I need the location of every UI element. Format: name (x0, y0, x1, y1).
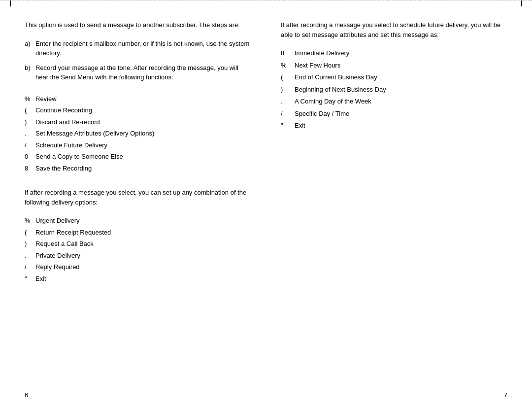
list-item: /Schedule Future Delivery (25, 140, 251, 150)
right-intro-text: If after recording a message you select … (281, 20, 507, 39)
list-text: End of Current Business Day (295, 72, 507, 82)
left-intro-text: This option is used to send a message to… (25, 20, 251, 30)
list-symbol: / (25, 262, 35, 272)
list-text: Exit (35, 274, 251, 284)
list-item: %Review (25, 94, 251, 104)
list-symbol: 8 (25, 164, 35, 173)
delivery-section: If after recording a message you select,… (25, 188, 251, 283)
list-text: Specific Day / Time (295, 109, 507, 119)
right-panel: If after recording a message you select … (266, 0, 532, 411)
list-text: Schedule Future Delivery (35, 140, 251, 150)
step-a-label: a) (25, 39, 35, 58)
list-text: Request a Call Back (35, 239, 251, 249)
list-symbol: ( (25, 105, 35, 115)
list-symbol: % (25, 94, 35, 104)
list-text: Continue Recording (35, 105, 251, 115)
page-number-left: 6 (25, 391, 28, 399)
list-item: (Return Receipt Requested (25, 228, 251, 238)
list-symbol: / (281, 109, 295, 119)
list-item: 8Save the Recording (25, 164, 251, 173)
list-text: Send a Copy to Someone Else (35, 152, 251, 162)
list-item: %Next Few Hours (281, 61, 507, 70)
list-text: Exit (295, 121, 507, 131)
step-b-label: b) (25, 63, 35, 82)
list-item: )Discard and Re-record (25, 117, 251, 127)
step-b-content: Record your message at the tone. After r… (35, 63, 251, 82)
list-text: Beginning of Next Business Day (295, 85, 507, 95)
list-item: .A Coming Day of the Week (281, 97, 507, 106)
list-symbol: " (281, 121, 295, 131)
list-text: Set Message Attributes (Delivery Options… (35, 129, 251, 138)
step-a-content: Enter the recipient s mailbox number, or… (35, 39, 251, 58)
list-item: .Private Delivery (25, 251, 251, 261)
list-item: 8Immediate Delivery (281, 48, 507, 58)
list-symbol: / (25, 140, 35, 150)
step-b: b) Record your message at the tone. Afte… (25, 63, 251, 82)
delivery-options-list: %Urgent Delivery(Return Receipt Requeste… (25, 216, 251, 283)
list-item: "Exit (25, 274, 251, 284)
list-symbol: ) (25, 117, 35, 127)
list-item: %Urgent Delivery (25, 216, 251, 226)
list-text: Private Delivery (35, 251, 251, 261)
list-text: Discard and Re-record (35, 117, 251, 127)
list-symbol: ) (25, 239, 35, 249)
list-text: A Coming Day of the Week (295, 97, 507, 106)
list-text: Reply Required (35, 262, 251, 272)
list-symbol: . (25, 251, 35, 261)
list-symbol: 8 (281, 48, 295, 58)
list-item: /Reply Required (25, 262, 251, 272)
list-item: (End of Current Business Day (281, 72, 507, 82)
list-item: )Request a Call Back (25, 239, 251, 249)
list-text: Immediate Delivery (295, 48, 507, 58)
list-symbol: " (25, 274, 35, 284)
list-symbol: ( (25, 228, 35, 238)
schedule-options-list: 8Immediate Delivery%Next Few Hours(End o… (281, 48, 507, 131)
list-text: Review (35, 94, 251, 104)
send-menu-list: %Review(Continue Recording)Discard and R… (25, 94, 251, 173)
list-symbol: ( (281, 72, 295, 82)
list-symbol: ) (281, 85, 295, 95)
list-item: 0Send a Copy to Someone Else (25, 152, 251, 162)
list-text: Return Receipt Requested (35, 228, 251, 238)
list-item: "Exit (281, 121, 507, 131)
step-a: a) Enter the recipient s mailbox number,… (25, 39, 251, 58)
list-text: Urgent Delivery (35, 216, 251, 226)
list-item: /Specific Day / Time (281, 109, 507, 119)
list-symbol: 0 (25, 152, 35, 162)
list-text: Save the Recording (35, 164, 251, 173)
list-symbol: % (25, 216, 35, 226)
page-container: This option is used to send a message to… (0, 0, 532, 411)
list-item: (Continue Recording (25, 105, 251, 115)
page-number-right: 7 (504, 391, 507, 399)
left-panel: This option is used to send a message to… (0, 0, 266, 411)
list-symbol: % (281, 61, 295, 70)
delivery-intro: If after recording a message you select,… (25, 188, 251, 207)
steps-list: a) Enter the recipient s mailbox number,… (25, 39, 251, 82)
list-text: Next Few Hours (295, 61, 507, 70)
list-item: )Beginning of Next Business Day (281, 85, 507, 95)
list-symbol: . (281, 97, 295, 106)
list-symbol: . (25, 129, 35, 138)
list-item: .Set Message Attributes (Delivery Option… (25, 129, 251, 138)
